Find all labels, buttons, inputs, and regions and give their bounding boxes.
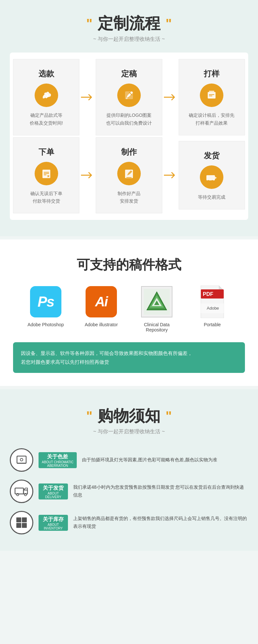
process-cell-5: 制作 制作好产品安排发货 bbox=[96, 137, 162, 214]
svg-rect-31 bbox=[16, 523, 21, 528]
delivery-icon-circle bbox=[10, 480, 33, 503]
svg-rect-32 bbox=[22, 523, 27, 528]
process-title-quotes: " 定制流程 " bbox=[10, 13, 248, 34]
arrow-1 bbox=[79, 93, 96, 102]
ps-icon-wrap: Ps bbox=[29, 285, 62, 318]
svg-rect-29 bbox=[16, 517, 21, 522]
delivery-desc: 我们承诺48小时内为您发货预售款按预售日期发货 您可以在发货后在后台查询到快递信… bbox=[73, 483, 248, 499]
formats-section: 可支持的稿件格式 Ps Adobe Photoshop Ai Adobe ill… bbox=[0, 239, 258, 386]
step-3-title: 打样 bbox=[204, 69, 219, 79]
process-title: 定制流程 bbox=[98, 13, 160, 34]
format-cdr: Clinical Data Repository bbox=[136, 285, 178, 332]
delivery-tag-sub: ABOUTDELIVERY bbox=[42, 492, 65, 499]
ps-icon: Ps bbox=[30, 286, 61, 317]
formats-row: Ps Adobe Photoshop Ai Adobe illustrator bbox=[10, 285, 248, 332]
ai-icon: Ai bbox=[86, 286, 117, 317]
color-icon-circle bbox=[10, 448, 33, 472]
color-tag-title: 关于色差 bbox=[42, 453, 73, 460]
svg-point-25 bbox=[20, 458, 23, 461]
step-6-title: 发货 bbox=[204, 150, 219, 161]
shopping-title-quotes: " 购物须知 " bbox=[10, 406, 248, 426]
step-5-desc: 制作好产品安排发货 bbox=[118, 190, 140, 206]
cdr-label: Clinical Data Repository bbox=[136, 322, 178, 332]
arrow-3 bbox=[79, 171, 96, 180]
process-cell-1: 选款 确定产品款式等价格及交货时间! bbox=[13, 59, 79, 135]
shopping-title: 购物须知 bbox=[98, 406, 160, 426]
quote-close: " bbox=[166, 16, 172, 31]
process-row-2: 下单 确认无误后下单付款等待交货 制作 bbox=[13, 137, 245, 214]
step-3-icon bbox=[200, 84, 223, 107]
color-desc: 由于拍摄环境及灯光等因素,图片色彩可能略有色差,颜色以实物为准 bbox=[82, 456, 248, 464]
svg-text:Adobe: Adobe bbox=[207, 306, 219, 311]
cdr-icon bbox=[141, 286, 172, 317]
svg-point-14 bbox=[211, 180, 213, 182]
format-pdf: PDF Adobe Portable bbox=[191, 285, 234, 327]
format-ai: Ai Adobe illustrator bbox=[80, 285, 122, 327]
svg-point-13 bbox=[207, 180, 209, 182]
process-cell-6: 发货 等待交易完成 bbox=[179, 141, 245, 209]
pdf-label: Portable bbox=[204, 322, 221, 327]
shopping-item-stock: 关于库存 ABOUTINVENTORY 上架销售的商品都是有货的，有些预售款我们… bbox=[10, 511, 248, 534]
format-ps: Ps Adobe Photoshop bbox=[24, 285, 67, 327]
svg-rect-2 bbox=[208, 92, 216, 99]
shopping-item-color: 关于色差 ABOUT CHROMATICABERRATION 由于拍摄环境及灯光… bbox=[10, 448, 248, 472]
step-1-icon bbox=[35, 84, 58, 107]
shopping-quote-open: " bbox=[86, 409, 92, 423]
step-1-desc: 确定产品款式等价格及交货时间! bbox=[30, 112, 63, 127]
step-1-title: 选款 bbox=[39, 69, 54, 79]
svg-rect-12 bbox=[206, 175, 215, 180]
step-2-desc: 提供印刷的LOGO图案也可以由我们免费设计 bbox=[106, 112, 152, 127]
svg-rect-24 bbox=[17, 456, 26, 463]
shopping-section: " 购物须知 " ~ 与你一起开启整理收纳生活 ~ 关于色差 ABOUT CHR… bbox=[0, 389, 258, 551]
process-section: " 定制流程 " ~ 与你一起开启整理收纳生活 ~ 选款 确定产品款式等价格及交… bbox=[0, 0, 258, 236]
shopping-items: 关于色差 ABOUT CHROMATICABERRATION 由于拍摄环境及灯光… bbox=[10, 448, 248, 534]
delivery-tag: 关于发货 ABOUTDELIVERY bbox=[39, 483, 68, 499]
shopping-quote-close: " bbox=[166, 409, 172, 423]
process-cell-2: 定稿 提供印刷的LOGO图案也可以由我们免费设计 bbox=[96, 59, 162, 135]
stock-desc: 上架销售的商品都是有货的，有些预售款我们选择尺码上会写上销售几号。没有注明的表示… bbox=[73, 515, 248, 530]
stock-icon-circle bbox=[10, 511, 33, 534]
svg-rect-30 bbox=[22, 517, 27, 522]
process-cell-3: 打样 确定设计稿后，安排先打样看产品效果 bbox=[179, 59, 245, 135]
step-5-icon bbox=[117, 162, 141, 185]
ai-label: Adobe illustrator bbox=[85, 322, 118, 327]
shopping-item-delivery: 关于发货 ABOUTDELIVERY 我们承诺48小时内为您发货预售款按预售日期… bbox=[10, 480, 248, 503]
step-4-desc: 确认无误后下单付款等待交货 bbox=[30, 190, 62, 206]
process-row-1: 选款 确定产品款式等价格及交货时间! 定稿 bbox=[13, 59, 245, 135]
arrow-2 bbox=[162, 93, 179, 102]
step-3-desc: 确定设计稿后，安排先打样看产品效果 bbox=[189, 112, 234, 127]
step-2-icon bbox=[117, 84, 141, 107]
arrow-4 bbox=[162, 171, 179, 180]
shopping-subtitle: ~ 与你一起开启整理收纳生活 ~ bbox=[10, 428, 248, 435]
process-title-wrap: " 定制流程 " ~ 与你一起开启整理收纳生活 ~ bbox=[10, 13, 248, 43]
svg-rect-3 bbox=[209, 91, 214, 92]
stock-tag: 关于库存 ABOUTINVENTORY bbox=[39, 515, 68, 531]
svg-rect-26 bbox=[15, 488, 24, 494]
notice-box: 因设备、显示器、软件等各种原因，可能会导致效果图和实物图颜色有所偏差，若您对颜色… bbox=[13, 342, 245, 373]
stock-tag-sub: ABOUTINVENTORY bbox=[42, 523, 65, 530]
process-cell-4: 下单 确认无误后下单付款等待交货 bbox=[13, 137, 79, 214]
step-2-title: 定稿 bbox=[121, 69, 137, 79]
ps-label: Adobe Photoshop bbox=[27, 322, 64, 327]
step-6-desc: 等待交易完成 bbox=[198, 193, 225, 201]
shopping-title-wrap: " 购物须知 " ~ 与你一起开启整理收纳生活 ~ bbox=[10, 406, 248, 435]
pdf-icon: PDF Adobe bbox=[198, 285, 227, 318]
svg-text:PDF: PDF bbox=[203, 291, 213, 297]
delivery-tag-title: 关于发货 bbox=[42, 485, 65, 492]
cdr-icon-wrap bbox=[140, 285, 173, 318]
step-5-title: 制作 bbox=[121, 147, 137, 157]
step-6-icon bbox=[200, 165, 223, 189]
stock-tag-title: 关于库存 bbox=[42, 516, 65, 523]
color-tag-sub: ABOUT CHROMATICABERRATION bbox=[42, 460, 73, 468]
notice-text: 因设备、显示器、软件等各种原因，可能会导致效果图和实物图颜色有所偏差，若您对颜色… bbox=[21, 350, 192, 365]
process-subtitle: ~ 与你一起开启整理收纳生活 ~ bbox=[10, 36, 248, 43]
pdf-icon-wrap: PDF Adobe bbox=[196, 285, 229, 318]
quote-open: " bbox=[86, 16, 92, 31]
step-4-title: 下单 bbox=[39, 147, 54, 157]
process-grid: 选款 确定产品款式等价格及交货时间! 定稿 bbox=[10, 53, 248, 220]
step-4-icon bbox=[35, 162, 58, 185]
formats-title: 可支持的稿件格式 bbox=[10, 256, 248, 274]
color-tag: 关于色差 ABOUT CHROMATICABERRATION bbox=[39, 452, 77, 468]
ai-icon-wrap: Ai bbox=[85, 285, 118, 318]
